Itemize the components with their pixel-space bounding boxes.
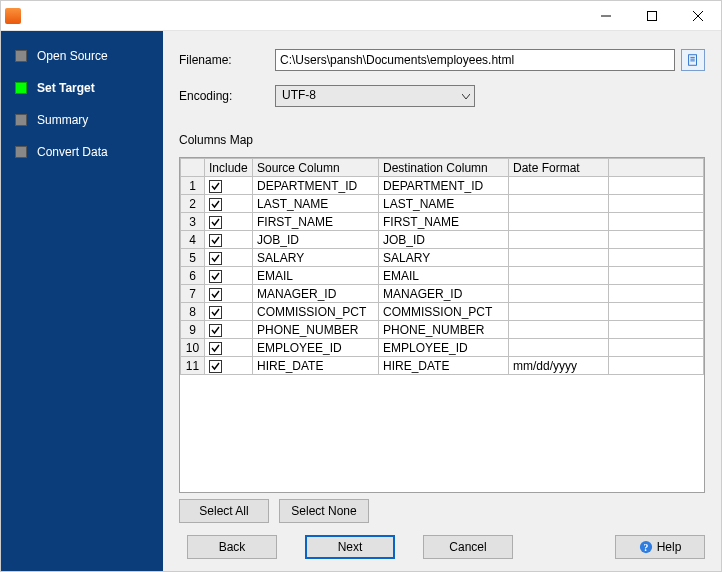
include-cell[interactable] xyxy=(205,267,253,285)
destination-cell[interactable]: LAST_NAME xyxy=(379,195,509,213)
destination-cell[interactable]: PHONE_NUMBER xyxy=(379,321,509,339)
col-header-include[interactable]: Include xyxy=(205,159,253,177)
encoding-select[interactable]: UTF-8 xyxy=(275,85,475,107)
destination-cell[interactable]: DEPARTMENT_ID xyxy=(379,177,509,195)
checkbox-icon[interactable] xyxy=(209,216,222,229)
blank-cell xyxy=(609,357,704,375)
row-number: 3 xyxy=(181,213,205,231)
row-number: 10 xyxy=(181,339,205,357)
next-button[interactable]: Next xyxy=(305,535,395,559)
include-cell[interactable] xyxy=(205,357,253,375)
sidebar-item-convert-data[interactable]: Convert Data xyxy=(1,141,163,163)
maximize-button[interactable] xyxy=(629,1,675,31)
svg-text:?: ? xyxy=(643,542,648,553)
table-row[interactable]: 5SALARYSALARY xyxy=(181,249,704,267)
checkbox-icon[interactable] xyxy=(209,306,222,319)
source-cell[interactable]: EMAIL xyxy=(253,267,379,285)
col-header-date-format[interactable]: Date Format xyxy=(509,159,609,177)
table-row[interactable]: 11HIRE_DATEHIRE_DATEmm/dd/yyyy xyxy=(181,357,704,375)
destination-cell[interactable]: SALARY xyxy=(379,249,509,267)
source-cell[interactable]: FIRST_NAME xyxy=(253,213,379,231)
app-icon xyxy=(5,8,21,24)
checkbox-icon[interactable] xyxy=(209,234,222,247)
table-row[interactable]: 2LAST_NAMELAST_NAME xyxy=(181,195,704,213)
date-format-cell[interactable] xyxy=(509,303,609,321)
table-row[interactable]: 10EMPLOYEE_IDEMPLOYEE_ID xyxy=(181,339,704,357)
source-cell[interactable]: SALARY xyxy=(253,249,379,267)
checkbox-icon[interactable] xyxy=(209,198,222,211)
close-button[interactable] xyxy=(675,1,721,31)
destination-cell[interactable]: COMMISSION_PCT xyxy=(379,303,509,321)
table-row[interactable]: 9PHONE_NUMBERPHONE_NUMBER xyxy=(181,321,704,339)
source-cell[interactable]: MANAGER_ID xyxy=(253,285,379,303)
destination-cell[interactable]: EMPLOYEE_ID xyxy=(379,339,509,357)
table-row[interactable]: 4JOB_IDJOB_ID xyxy=(181,231,704,249)
table-row[interactable]: 3FIRST_NAMEFIRST_NAME xyxy=(181,213,704,231)
col-header-destination[interactable]: Destination Column xyxy=(379,159,509,177)
include-cell[interactable] xyxy=(205,177,253,195)
include-cell[interactable] xyxy=(205,213,253,231)
table-row[interactable]: 8COMMISSION_PCTCOMMISSION_PCT xyxy=(181,303,704,321)
select-all-button[interactable]: Select All xyxy=(179,499,269,523)
checkbox-icon[interactable] xyxy=(209,342,222,355)
help-icon: ? xyxy=(639,540,653,554)
step-indicator-icon xyxy=(15,114,27,126)
date-format-cell[interactable] xyxy=(509,177,609,195)
date-format-cell[interactable] xyxy=(509,267,609,285)
date-format-cell[interactable] xyxy=(509,195,609,213)
table-row[interactable]: 7MANAGER_IDMANAGER_ID xyxy=(181,285,704,303)
date-format-cell[interactable] xyxy=(509,213,609,231)
include-cell[interactable] xyxy=(205,339,253,357)
source-cell[interactable]: HIRE_DATE xyxy=(253,357,379,375)
blank-cell xyxy=(609,339,704,357)
table-row[interactable]: 1DEPARTMENT_IDDEPARTMENT_ID xyxy=(181,177,704,195)
source-cell[interactable]: LAST_NAME xyxy=(253,195,379,213)
help-label: Help xyxy=(657,540,682,554)
select-none-button[interactable]: Select None xyxy=(279,499,369,523)
checkbox-icon[interactable] xyxy=(209,324,222,337)
source-cell[interactable]: JOB_ID xyxy=(253,231,379,249)
checkbox-icon[interactable] xyxy=(209,252,222,265)
include-cell[interactable] xyxy=(205,231,253,249)
destination-cell[interactable]: JOB_ID xyxy=(379,231,509,249)
sidebar-item-open-source[interactable]: Open Source xyxy=(1,45,163,67)
destination-cell[interactable]: MANAGER_ID xyxy=(379,285,509,303)
date-format-cell[interactable] xyxy=(509,321,609,339)
source-cell[interactable]: COMMISSION_PCT xyxy=(253,303,379,321)
row-number: 11 xyxy=(181,357,205,375)
columns-grid[interactable]: Include Source Column Destination Column… xyxy=(179,157,705,493)
destination-cell[interactable]: FIRST_NAME xyxy=(379,213,509,231)
date-format-cell[interactable]: mm/dd/yyyy xyxy=(509,357,609,375)
cancel-button[interactable]: Cancel xyxy=(423,535,513,559)
destination-cell[interactable]: EMAIL xyxy=(379,267,509,285)
include-cell[interactable] xyxy=(205,303,253,321)
browse-button[interactable] xyxy=(681,49,705,71)
sidebar-item-summary[interactable]: Summary xyxy=(1,109,163,131)
include-cell[interactable] xyxy=(205,195,253,213)
sidebar-item-set-target[interactable]: Set Target xyxy=(1,77,163,99)
blank-cell xyxy=(609,303,704,321)
source-cell[interactable]: DEPARTMENT_ID xyxy=(253,177,379,195)
include-cell[interactable] xyxy=(205,285,253,303)
step-indicator-icon xyxy=(15,50,27,62)
col-header-source[interactable]: Source Column xyxy=(253,159,379,177)
date-format-cell[interactable] xyxy=(509,249,609,267)
help-button[interactable]: ? Help xyxy=(615,535,705,559)
checkbox-icon[interactable] xyxy=(209,288,222,301)
wizard-sidebar: Open SourceSet TargetSummaryConvert Data xyxy=(1,31,163,572)
table-row[interactable]: 6EMAILEMAIL xyxy=(181,267,704,285)
destination-cell[interactable]: HIRE_DATE xyxy=(379,357,509,375)
minimize-button[interactable] xyxy=(583,1,629,31)
checkbox-icon[interactable] xyxy=(209,360,222,373)
back-button[interactable]: Back xyxy=(187,535,277,559)
checkbox-icon[interactable] xyxy=(209,270,222,283)
date-format-cell[interactable] xyxy=(509,339,609,357)
include-cell[interactable] xyxy=(205,321,253,339)
include-cell[interactable] xyxy=(205,249,253,267)
checkbox-icon[interactable] xyxy=(209,180,222,193)
filename-input[interactable] xyxy=(275,49,675,71)
source-cell[interactable]: PHONE_NUMBER xyxy=(253,321,379,339)
source-cell[interactable]: EMPLOYEE_ID xyxy=(253,339,379,357)
date-format-cell[interactable] xyxy=(509,285,609,303)
date-format-cell[interactable] xyxy=(509,231,609,249)
